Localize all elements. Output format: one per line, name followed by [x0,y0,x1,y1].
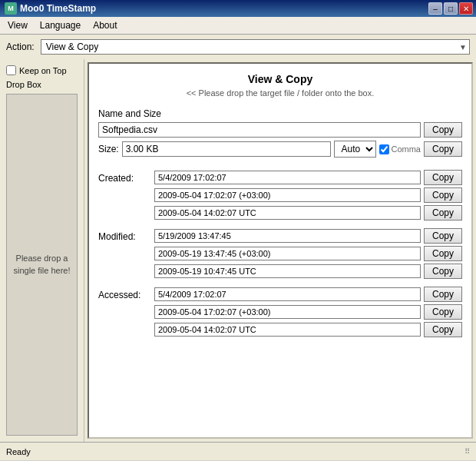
keep-on-top-label: Keep on Top [19,66,67,75]
accessed-label: Accessed: [98,287,148,300]
minimize-button[interactable]: – [428,2,442,15]
accessed-input-2[interactable] [154,323,421,337]
accessed-input-1[interactable] [154,305,421,319]
action-bar: Action: View & Copy Copy Created Copy Mo… [0,35,476,59]
drop-box-area[interactable]: Please drop a single file here! [6,94,78,436]
action-select-wrapper: View & Copy Copy Created Copy Modified C… [41,39,470,55]
status-bar: Ready ⠿ [0,442,476,460]
action-select[interactable]: View & Copy Copy Created Copy Modified C… [41,39,470,55]
created-input-1[interactable] [154,188,421,202]
table-row: Copy [154,246,462,261]
drop-box-label: Drop Box [6,80,78,89]
modified-copy-button-1[interactable]: Copy [424,246,462,261]
modified-label: Modified: [98,228,148,242]
comma-checkbox[interactable] [379,144,389,154]
comma-wrapper: Comma [379,144,421,154]
close-button[interactable]: ✕ [459,2,473,15]
maximize-button[interactable]: □ [444,2,458,15]
content-split: Keep on Top Drop Box Please drop a singl… [0,59,476,442]
created-rows: Copy Copy Copy [154,170,462,221]
keep-on-top-row: Keep on Top [6,65,78,75]
panel-subtitle: << Please drop the target file / folder … [98,88,462,98]
app-title: Moo0 TimeStamp [20,3,96,14]
menu-about[interactable]: About [88,18,121,32]
modified-copy-button-2[interactable]: Copy [424,264,462,279]
name-row: Copy [98,122,462,138]
modified-input-2[interactable] [154,264,421,278]
main-window: Action: View & Copy Copy Created Copy Mo… [0,35,476,442]
table-row: Copy [154,264,462,279]
table-row: Copy [154,205,462,221]
modified-input-1[interactable] [154,247,421,260]
name-copy-button[interactable]: Copy [424,122,462,138]
size-row: Size: Auto B KB MB GB Comma Copy [98,141,462,158]
table-row: Copy [154,287,462,302]
created-section: Created: Copy Copy Copy [98,170,462,221]
title-bar-controls: – □ ✕ [428,2,473,15]
keep-on-top-checkbox[interactable] [6,65,16,75]
comma-label: Comma [391,144,421,154]
title-bar-left: M Moo0 TimeStamp [5,2,96,15]
created-copy-button-0[interactable]: Copy [424,170,462,185]
modified-rows: Copy Copy Copy [154,228,462,279]
panel-title: View & Copy [98,73,462,85]
menu-view[interactable]: View [3,18,32,32]
table-row: Copy [154,228,462,244]
right-panel: View & Copy << Please drop the target fi… [88,62,473,439]
accessed-copy-button-1[interactable]: Copy [424,304,462,320]
name-section-label: Name and Size [98,108,462,119]
created-input-2[interactable] [154,206,421,220]
modified-input-0[interactable] [154,229,421,243]
title-bar: M Moo0 TimeStamp – □ ✕ [0,0,476,17]
name-input[interactable] [98,122,421,138]
created-input-0[interactable] [154,171,421,184]
size-label: Size: [98,144,119,154]
menu-language[interactable]: Language [35,18,85,32]
table-row: Copy [154,187,462,203]
app-icon: M [5,2,17,15]
accessed-rows: Copy Copy Copy [154,287,462,337]
resize-grip-icon: ⠿ [464,447,470,456]
accessed-section: Accessed: Copy Copy Copy [98,287,462,337]
created-copy-button-1[interactable]: Copy [424,187,462,203]
table-row: Copy [154,170,462,185]
table-row: Copy [154,304,462,320]
modified-copy-button-0[interactable]: Copy [424,228,462,244]
accessed-copy-button-0[interactable]: Copy [424,287,462,302]
created-label: Created: [98,170,148,184]
modified-section: Modified: Copy Copy Copy [98,228,462,279]
left-panel: Keep on Top Drop Box Please drop a singl… [0,59,84,442]
size-unit-select[interactable]: Auto B KB MB GB [334,141,376,158]
table-row: Copy [154,322,462,337]
created-copy-button-2[interactable]: Copy [424,205,462,221]
accessed-input-0[interactable] [154,287,421,301]
accessed-copy-button-2[interactable]: Copy [424,322,462,337]
size-copy-button[interactable]: Copy [424,141,462,157]
status-text: Ready [6,447,31,456]
action-label: Action: [6,41,35,52]
size-input[interactable] [122,141,332,157]
menu-bar: View Language About [0,17,476,35]
